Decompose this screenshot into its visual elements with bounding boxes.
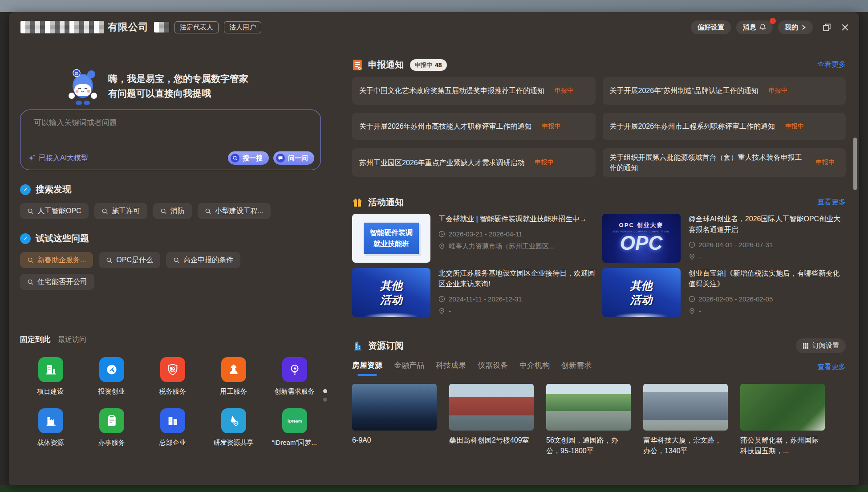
- resources-cards: 6-9A0 桑田岛科创园2号楼409室 56文创园，通园路，办公，95-1800…: [352, 384, 846, 455]
- notice-card[interactable]: 关于中国文化艺术政府奖第五届动漫奖申报推荐工作的通知 申报中: [352, 77, 596, 105]
- app-shortcut[interactable]: 载体资源: [37, 408, 64, 447]
- ai-model-label: 已接入AI大模型: [39, 154, 88, 163]
- resource-card[interactable]: 桑田岛科创园2号楼409室: [449, 384, 534, 455]
- close-window-button[interactable]: [841, 23, 849, 32]
- chip-label: 住宅能否开公司: [37, 277, 87, 287]
- activity-location: 唯亭人力资源市场（苏州工业园区...: [449, 242, 555, 251]
- app-shortcut[interactable]: 税 税务服务: [159, 357, 186, 396]
- app-shortcut[interactable]: 项目建设: [37, 357, 64, 396]
- chip-label: 小型建设工程...: [215, 207, 264, 216]
- notices-filter-pill[interactable]: 申报中 48: [410, 59, 447, 71]
- ask-button[interactable]: 问一问: [273, 151, 314, 165]
- activities-grid: 智能硬件装调就业技能班 工会帮就业 | 智能硬件装调就业技能班招生中→ 2026…: [352, 214, 846, 317]
- activity-date-row: 2026-03-21 - 2026-04-11: [438, 230, 587, 238]
- notices-more-link[interactable]: 查看更多: [817, 60, 846, 69]
- notice-card[interactable]: 关于开展2026年苏州市高技能人才职称评审工作的通知 申报中: [352, 113, 596, 140]
- resource-card[interactable]: 蒲公英孵化器，苏州国际科技园五期，...: [740, 384, 825, 455]
- notice-card[interactable]: 关于组织开展第六批能源领域首台（套）重大技术装备申报工作的通知 申报中: [603, 148, 846, 177]
- activity-card[interactable]: OPC 创业大赛ONE PERSON COMPANY COMPETITIONOP…: [602, 214, 846, 263]
- location-pin-icon: [689, 253, 695, 260]
- discover-chip[interactable]: 人工智能OPC: [20, 203, 89, 219]
- subscription-settings-button[interactable]: 订阅设置: [796, 338, 846, 353]
- activity-date-row: 2026-02-05 - 2026-02-05: [689, 295, 846, 303]
- try-questions-title: 试试这些问题: [36, 232, 89, 244]
- discover-chip[interactable]: 小型建设工程...: [198, 203, 271, 219]
- app-shortcut[interactable]: 研发资源共享: [214, 408, 254, 447]
- compass-icon: [20, 184, 31, 195]
- recently-visited-label[interactable]: 最近访问: [58, 335, 86, 345]
- activity-location: -: [699, 307, 701, 315]
- question-chip[interactable]: OPC是什么: [99, 252, 160, 268]
- try-questions-header: 试试这些问题: [20, 232, 321, 244]
- resource-card[interactable]: 6-9A0: [352, 384, 437, 455]
- search-input[interactable]: [33, 118, 308, 128]
- app-shortcut[interactable]: 用工服务: [220, 357, 247, 396]
- app-shortcut[interactable]: 创新需求服务: [275, 357, 315, 396]
- compass-icon: [20, 233, 31, 244]
- messages-button[interactable]: 消息: [736, 20, 773, 34]
- activity-title: 创业百宝箱|《新增值税法实施后，有哪些新变化值得关注》: [689, 268, 846, 289]
- notice-status-badge: 申报中: [781, 121, 808, 132]
- activity-location-row: -: [438, 307, 596, 315]
- resource-card[interactable]: 56文创园，通园路，办公，95-1800平: [546, 384, 631, 455]
- app-shortcut[interactable]: 办事服务: [98, 408, 125, 447]
- discover-chip[interactable]: 施工许可: [94, 203, 147, 219]
- activity-date: 2026-02-05 - 2026-02-05: [699, 295, 773, 303]
- resources-title: 资源订阅: [368, 340, 404, 352]
- document-icon: [352, 59, 363, 71]
- activity-location: -: [699, 253, 701, 260]
- notice-card[interactable]: 关于开展2026年苏州市工程系列职称评审工作的通知 申报中: [603, 113, 846, 140]
- search-icon: [231, 154, 239, 163]
- my-account-label: 我的: [785, 23, 798, 32]
- question-chip[interactable]: 住宅能否开公司: [20, 274, 94, 290]
- activity-card[interactable]: 其他活动 创业百宝箱|《新增值税法实施后，有哪些新变化值得关注》 2026-02…: [602, 268, 846, 317]
- activity-card[interactable]: 其他活动 北交所江苏服务基地设立园区企业接待日，欢迎园区企业来访来询! 2024…: [352, 268, 596, 317]
- desktop-background-top: [0, 0, 868, 12]
- notice-card[interactable]: 苏州工业园区2026年重点产业紧缺人才需求调研启动 申报中: [352, 148, 596, 177]
- resource-tab[interactable]: 中介机构: [519, 360, 550, 374]
- app-label: 项目建设: [37, 387, 64, 396]
- question-chip[interactable]: 新春助企服务...: [20, 252, 93, 268]
- search-button[interactable]: 搜一搜: [228, 151, 269, 165]
- svg-text:税: 税: [169, 366, 175, 373]
- resource-photo: [546, 384, 631, 431]
- resource-card[interactable]: 富华科技大厦，崇文路，办公，1340平: [643, 384, 728, 455]
- resource-tab[interactable]: 科技成果: [436, 360, 466, 374]
- app-label: “iDream”园梦...: [272, 439, 317, 447]
- apps-carousel-dots[interactable]: [323, 389, 327, 402]
- my-account-button[interactable]: 我的: [778, 20, 813, 34]
- search-icon: [205, 208, 211, 215]
- app-icon: [160, 408, 185, 433]
- resource-tab-label: 房屋资源: [352, 361, 382, 370]
- notice-card[interactable]: 关于开展2026年“苏州制造”品牌认证工作的通知 申报中: [603, 77, 846, 105]
- resource-tab[interactable]: 仪器设备: [478, 360, 508, 374]
- filter-label: 申报中: [415, 61, 432, 69]
- scrollbar-thumb[interactable]: [853, 138, 857, 190]
- company-suffix: 有限公司: [108, 20, 149, 34]
- greeting-line-2: 有问题可以直接向我提哦: [108, 86, 248, 101]
- app-icon: [99, 408, 124, 433]
- discover-chip[interactable]: 消防: [153, 203, 192, 219]
- notice-title: 关于中国文化艺术政府奖第五届动漫奖申报推荐工作的通知: [359, 85, 544, 96]
- app-shortcut[interactable]: 投资创业: [98, 357, 125, 396]
- scrollbar[interactable]: [853, 39, 857, 478]
- restore-window-button[interactable]: [823, 23, 831, 32]
- filter-count: 48: [435, 61, 442, 69]
- resources-more-link[interactable]: 查看更多: [817, 362, 846, 372]
- activity-thumbnail: 其他活动: [602, 268, 681, 317]
- activities-more-link[interactable]: 查看更多: [817, 198, 846, 207]
- resource-tab[interactable]: 房屋资源: [352, 360, 382, 374]
- resource-tab[interactable]: 创新需求: [561, 360, 592, 374]
- chip-label: 施工许可: [112, 207, 140, 216]
- search-icon: [101, 208, 108, 215]
- resources-tabs: 房屋资源 金融产品 科技成果 仪器设备 中介机构 创新需求 查看更多: [352, 360, 846, 374]
- app-shortcut[interactable]: 总部企业: [159, 408, 186, 447]
- resource-tab[interactable]: 金融产品: [394, 360, 424, 374]
- activity-card[interactable]: 智能硬件装调就业技能班 工会帮就业 | 智能硬件装调就业技能班招生中→ 2026…: [352, 214, 596, 263]
- pinned-title[interactable]: 固定到此: [20, 334, 50, 345]
- preferences-button[interactable]: 偏好设置: [691, 20, 731, 34]
- resource-tab-label: 金融产品: [394, 361, 424, 370]
- activity-date-row: 2024-11-11 - 2026-12-31: [438, 295, 596, 303]
- question-chip[interactable]: 高企申报的条件: [166, 252, 240, 268]
- app-shortcut[interactable]: iDream “iDream”园梦...: [272, 408, 317, 447]
